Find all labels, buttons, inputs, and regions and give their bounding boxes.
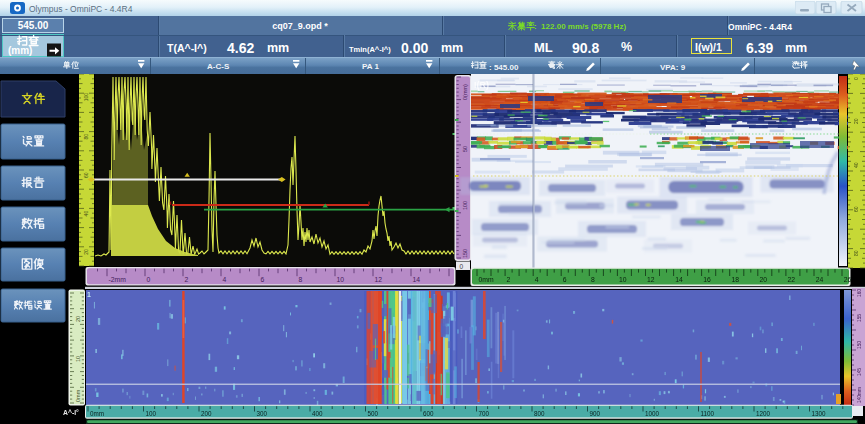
svg-text:1: 1 [87,291,91,298]
svg-text:20: 20 [83,249,89,255]
svg-text:10: 10 [337,276,345,283]
svg-text:100: 100 [462,201,468,210]
svg-text:80: 80 [853,250,859,256]
svg-text:18: 18 [731,276,739,283]
svg-text:22: 22 [788,276,796,283]
svg-text:1000: 1000 [645,410,660,417]
svg-text:-2mm: -2mm [109,276,127,283]
svg-text:400: 400 [312,410,323,417]
svg-text:20: 20 [75,316,81,322]
svg-text:80: 80 [83,134,89,140]
svg-text:155: 155 [857,314,862,322]
svg-text:40: 40 [853,162,859,168]
svg-text:60: 60 [853,206,859,212]
svg-text:200: 200 [201,410,212,417]
svg-text:6: 6 [563,276,567,283]
svg-text:1200: 1200 [756,410,771,417]
svg-text:900: 900 [590,410,601,417]
svg-text:20: 20 [760,276,768,283]
svg-text:60: 60 [83,172,89,178]
svg-text:600: 600 [423,410,434,417]
svg-text:50: 50 [462,146,468,152]
svg-text:1100: 1100 [701,410,715,417]
svg-text:500: 500 [368,410,379,417]
svg-text:2: 2 [507,276,511,283]
svg-text:0mm: 0mm [90,410,104,417]
svg-text:40: 40 [83,211,89,217]
svg-text:0mm: 0mm [479,276,494,283]
svg-text:1300: 1300 [812,410,827,417]
svg-text:0: 0 [147,276,151,283]
svg-text:10: 10 [619,276,627,283]
svg-text:8: 8 [591,276,595,283]
svg-text:145: 145 [857,368,862,376]
svg-text:26: 26 [844,276,852,283]
svg-text:0: 0 [460,263,464,270]
svg-text:16: 16 [703,276,711,283]
svg-text:2: 2 [185,276,189,283]
svg-text:700: 700 [479,410,490,417]
svg-text:100: 100 [146,410,157,417]
svg-text:0(mm): 0(mm) [462,84,468,100]
svg-text:8: 8 [299,276,303,283]
svg-text:6: 6 [261,276,265,283]
svg-text:20: 20 [853,118,859,124]
svg-text:12: 12 [375,276,383,283]
svg-text:10: 10 [75,356,81,362]
svg-text:4: 4 [535,276,539,283]
svg-text:800: 800 [534,410,545,417]
svg-text:4: 4 [223,276,227,283]
svg-text:300: 300 [257,410,268,417]
svg-text:24: 24 [816,276,824,283]
svg-text:14: 14 [675,276,683,283]
svg-text:140mm: 140mm [857,387,862,403]
svg-text:150: 150 [462,249,468,258]
svg-text:150: 150 [857,341,862,349]
svg-text:12: 12 [647,276,655,283]
svg-text:I(R): I(R) [474,80,489,90]
svg-text:14: 14 [413,276,421,283]
svg-text:100: 100 [83,93,89,102]
svg-text:160: 160 [857,289,862,297]
svg-text:0mm: 0mm [75,389,81,402]
